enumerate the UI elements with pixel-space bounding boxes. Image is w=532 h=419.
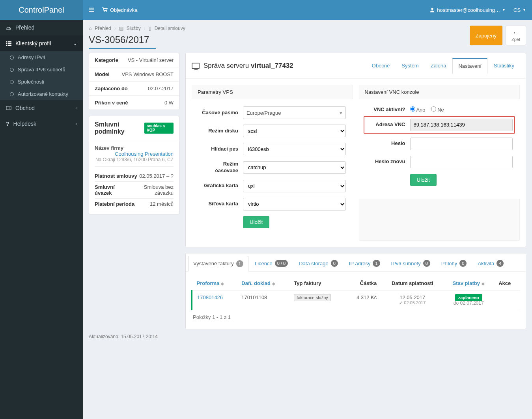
timer-select[interactable]: catchup: [243, 161, 346, 174]
tab-backup[interactable]: Záloha: [425, 59, 452, 74]
monitor-icon: [192, 63, 200, 69]
params-header: Parametry VPS: [192, 85, 353, 99]
user-label: hostmaster@coolhousing…: [437, 7, 500, 13]
btab-ip[interactable]: IP adresy1: [344, 256, 385, 271]
label: Model: [95, 71, 110, 77]
col-proforma[interactable]: Proforma◆: [192, 276, 237, 291]
server-panel: Správa serveru virtual_77432 Obecné Syst…: [185, 53, 526, 247]
breadcrumb-link[interactable]: Přehled: [95, 26, 111, 31]
tab-general[interactable]: Obecné: [366, 59, 396, 74]
vnc-address-field: [410, 119, 513, 131]
col-due: Datum splatnosti: [381, 276, 443, 291]
svg-point-0: [104, 11, 105, 12]
vnc-password2-field[interactable]: [410, 156, 513, 168]
label: Název firmy: [95, 145, 123, 151]
box-title: Smluvní podmínky: [95, 121, 144, 135]
tab-label: IPv6 subnety: [391, 261, 421, 266]
user-menu[interactable]: hostmaster@coolhousing… ▼: [429, 7, 506, 13]
dashboard-icon: [6, 24, 11, 31]
value: Smlouva bez závazku: [129, 184, 174, 196]
file-icon: ▯: [149, 26, 151, 31]
sidebar-item-shop[interactable]: Obchod ‹: [0, 100, 83, 116]
wallet-icon: [6, 105, 11, 111]
cell-tax: 170101108: [237, 290, 289, 310]
vnc-box: Nastavení VNC konzole VNC aktivní? Ano N…: [359, 85, 520, 241]
value: 0 W: [164, 100, 174, 106]
home-icon: ⌂: [89, 26, 91, 31]
btab-storage[interactable]: Data storage0: [294, 256, 343, 271]
timezone-select[interactable]: Europe/Prague▾: [243, 106, 346, 119]
tab-count: 0: [459, 260, 467, 267]
address: Na Okraji 1293/6, 16200 Praha 6, CZ: [95, 157, 174, 162]
label: Režim disku: [199, 128, 238, 134]
tab-system[interactable]: Systém: [396, 59, 424, 74]
radio-label: Ano: [416, 107, 425, 113]
label: Příkon v ceně: [95, 100, 128, 106]
vnc-save-button[interactable]: Uložit: [410, 174, 437, 186]
btab-licenses[interactable]: Licence0 / 0: [250, 256, 293, 271]
caret-down-icon: ▾: [340, 110, 342, 116]
status-sub: do 02.07.2017: [448, 300, 489, 306]
lang-menu[interactable]: CS ▼: [513, 7, 526, 13]
menu-toggle-icon[interactable]: [89, 6, 94, 13]
sidebar-item-ipv4[interactable]: Adresy IPv4: [0, 51, 83, 63]
sidebar-label: Adresy IPv4: [18, 54, 45, 60]
logo[interactable]: ControlPanel: [0, 0, 83, 20]
tab-stats[interactable]: Statistiky: [488, 59, 520, 74]
proforma-link[interactable]: 170801426: [197, 294, 223, 300]
label: Adresa VNC: [366, 121, 405, 128]
btab-attach[interactable]: Přílohy0: [437, 256, 472, 271]
order-label: Objednávka: [110, 7, 137, 13]
type-badge: fakturace služby: [294, 294, 330, 301]
btab-activity[interactable]: Aktivita4: [473, 256, 508, 271]
table-footer: Položky 1 - 1 z 1: [191, 310, 520, 324]
gpu-select[interactable]: qxl: [243, 180, 346, 192]
svg-point-1: [106, 11, 106, 12]
label: Platební perioda: [95, 201, 134, 207]
vnc-password-field[interactable]: [410, 138, 513, 150]
table-row: 170801426 170101108 fakturace služby 4 3…: [192, 290, 521, 310]
invoices-table: Proforma◆ Daň. doklad◆ Typ faktury Částk…: [191, 276, 520, 310]
disk-select[interactable]: scsi: [243, 125, 346, 137]
tab-settings[interactable]: Nastavení: [452, 58, 487, 74]
label: Časové pásmo: [199, 110, 238, 116]
label: Síťová karta: [199, 201, 238, 207]
company-link[interactable]: Coolhousing Presentation: [115, 151, 174, 157]
breadcrumb-link[interactable]: Služby: [127, 26, 141, 31]
sidebar-label: Klientský profil: [15, 40, 51, 47]
order-link[interactable]: Objednávka: [102, 7, 137, 13]
connected-button[interactable]: Zapojený: [470, 26, 502, 45]
col-tax[interactable]: Daň. doklad◆: [237, 276, 289, 291]
back-button[interactable]: ← Zpět: [506, 26, 526, 45]
server-tabs: Obecné Systém Záloha Nastavení Statistik…: [366, 58, 520, 74]
sidebar-item-contacts[interactable]: Autorizované kontakty: [0, 88, 83, 100]
vnc-radio-no[interactable]: Ne: [431, 106, 444, 113]
watchdog-select[interactable]: i6300esb: [243, 143, 346, 155]
tab-label: Vystavené faktury: [193, 261, 234, 266]
sidebar-label: Helpdesk: [13, 121, 36, 127]
tab-count: 0: [331, 260, 338, 267]
title-prefix: Správa serveru: [203, 62, 249, 69]
col-status[interactable]: Stav platby◆: [443, 276, 494, 291]
btab-invoices[interactable]: Vystavené faktury1: [188, 256, 248, 272]
btab-ipv6[interactable]: IPv6 subnety0: [386, 256, 435, 271]
page-footer: Aktualizováno: 15.05.2017 20:14: [89, 329, 526, 344]
tab-label: IP adresy: [349, 261, 371, 266]
value: 02.05.2017 – ?: [139, 173, 174, 179]
sidebar-item-client-profile[interactable]: Klientský profil ⌄: [0, 35, 83, 51]
list-icon: ▤: [119, 26, 123, 31]
params-save-button[interactable]: Uložit: [243, 216, 269, 228]
chevron-down-icon: ⌄: [73, 41, 77, 46]
vnc-radio-yes[interactable]: Ano: [410, 106, 426, 113]
sidebar-item-overview[interactable]: Přehled: [0, 20, 83, 35]
question-icon: ?: [6, 121, 9, 127]
bottom-tabs-panel: Vystavené faktury1 Licence0 / 0 Data sto…: [185, 253, 526, 329]
label: Kategorie: [95, 57, 118, 63]
sidebar-item-ipv6[interactable]: Správa IPv6 subnetů: [0, 63, 83, 76]
nic-select[interactable]: virtio: [243, 198, 346, 210]
sidebar: Přehled Klientský profil ⌄ Adresy IPv4 S…: [0, 20, 83, 419]
label: Režim časovače: [199, 161, 238, 174]
sidebar-item-helpdesk[interactable]: ?Helpdesk ‹: [0, 116, 83, 132]
sidebar-label: Autorizované kontakty: [18, 91, 68, 97]
sidebar-item-companies[interactable]: Společnosti: [0, 76, 83, 88]
